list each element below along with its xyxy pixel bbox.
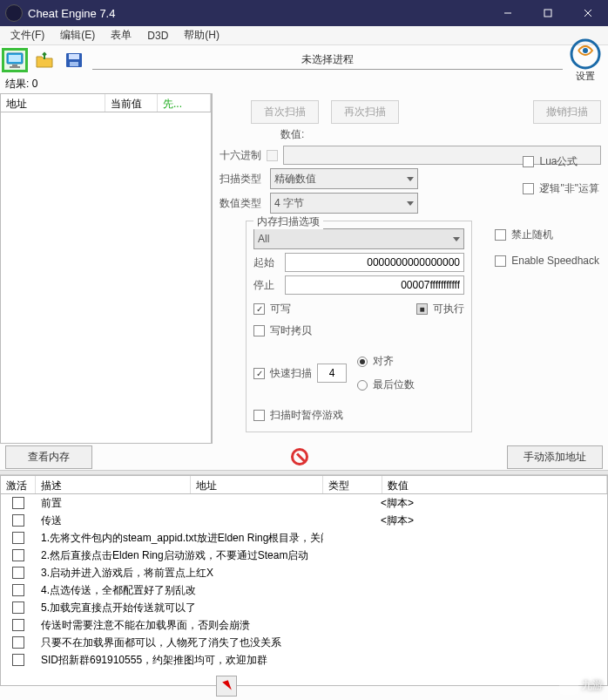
- th-active[interactable]: 激活: [1, 476, 36, 493]
- no-random-checkbox[interactable]: [495, 229, 506, 241]
- found-list-body[interactable]: [0, 112, 212, 444]
- address-table-header: 激活 描述 地址 类型 数值: [0, 475, 608, 494]
- hex-label: 十六进制: [220, 148, 261, 163]
- memory-scan-group: 内存扫描选项 All 起始 停止 ✓可写 ■可执行 写时拷贝 ✓ 快速扫描 对齐…: [246, 221, 472, 432]
- col-value[interactable]: 当前值: [105, 94, 158, 112]
- speedhack-checkbox[interactable]: [495, 255, 506, 267]
- cow-checkbox[interactable]: [253, 325, 265, 336]
- add-address-manual-button[interactable]: 手动添加地址: [507, 445, 603, 469]
- table-row[interactable]: 前置<脚本>: [1, 494, 607, 512]
- cell-desc: 传送: [36, 513, 375, 528]
- lua-checkbox[interactable]: [523, 156, 534, 167]
- th-desc[interactable]: 描述: [36, 476, 191, 493]
- first-scan-button[interactable]: 首次扫描: [251, 100, 319, 124]
- executable-checkbox[interactable]: ■: [416, 303, 428, 315]
- settings-label[interactable]: 设置: [576, 70, 595, 83]
- fast-scan-value[interactable]: [317, 364, 347, 383]
- stop-address-input[interactable]: [285, 275, 464, 295]
- active-checkbox[interactable]: [12, 497, 24, 509]
- memory-region-select[interactable]: All: [253, 228, 464, 249]
- fast-scan-checkbox[interactable]: ✓: [253, 368, 265, 379]
- maximize-button[interactable]: [528, 0, 568, 26]
- table-row[interactable]: 4.点选传送，全都配置好了别乱改: [1, 581, 607, 599]
- cell-value: <脚本>: [375, 513, 414, 528]
- save-button[interactable]: [61, 48, 87, 72]
- table-row[interactable]: SID招新群691910555，约架推图均可，欢迎加群: [1, 651, 607, 669]
- last-digits-radio[interactable]: [357, 380, 368, 391]
- svg-rect-10: [70, 62, 78, 66]
- table-row[interactable]: 5.加载完直接点开始传送就可以了: [1, 599, 607, 616]
- active-checkbox[interactable]: [12, 636, 24, 649]
- value-type-select[interactable]: 4 字节: [270, 193, 418, 214]
- cell-value: <脚本>: [375, 496, 414, 511]
- svg-rect-1: [544, 10, 551, 17]
- cell-desc: 5.加载完直接点开始传送就可以了: [36, 601, 323, 615]
- table-row[interactable]: 只要不在加载界面都可以，人物死了消失了也没关系: [1, 634, 607, 651]
- th-type[interactable]: 类型: [323, 476, 382, 493]
- align-radio[interactable]: [357, 357, 368, 367]
- table-row[interactable]: 传送时需要注意不能在加载界面，否则会崩溃: [1, 616, 607, 634]
- active-checkbox[interactable]: [12, 514, 24, 527]
- hex-checkbox[interactable]: [267, 150, 278, 161]
- main-area: 地址 当前值 先... 首次扫描 再次扫描 撤销扫描 数值: 十六进制 扫描类型…: [0, 93, 608, 444]
- scan-type-select[interactable]: 精确数值: [270, 168, 418, 189]
- active-checkbox[interactable]: [12, 584, 24, 596]
- menu-d3d[interactable]: D3D: [140, 28, 175, 44]
- under-toolbar: 查看内存 手动添加地址: [0, 444, 608, 470]
- active-checkbox[interactable]: [12, 601, 24, 614]
- cell-desc: 前置: [36, 496, 375, 511]
- col-previous[interactable]: 先...: [158, 94, 211, 112]
- active-checkbox[interactable]: [12, 567, 24, 579]
- view-memory-button[interactable]: 查看内存: [5, 445, 92, 469]
- cell-desc: 2.然后直接点击Elden Ring启动游戏，不要通过Steam启动: [36, 548, 323, 563]
- cheat-engine-logo-icon[interactable]: [570, 38, 601, 70]
- cell-desc: SID招新群691910555，约架推图均可，欢迎加群: [36, 653, 323, 668]
- arrow-icon: [222, 680, 232, 692]
- menu-help[interactable]: 帮助(H): [177, 26, 226, 44]
- window-title: Cheat Engine 7.4: [28, 7, 488, 20]
- th-addr[interactable]: 地址: [191, 476, 323, 493]
- active-checkbox[interactable]: [12, 549, 24, 561]
- memory-scan-legend: 内存扫描选项: [253, 214, 323, 229]
- svg-point-12: [583, 48, 588, 53]
- chevron-down-icon: [407, 201, 414, 206]
- writable-checkbox[interactable]: ✓: [253, 303, 265, 315]
- address-table-body[interactable]: 前置<脚本>传送<脚本>1.先将文件包内的steam_appid.txt放进El…: [0, 494, 608, 686]
- menu-table[interactable]: 表单: [104, 26, 138, 44]
- select-process-button[interactable]: [2, 48, 28, 72]
- table-row[interactable]: 1.先将文件包内的steam_appid.txt放进Elden Ring根目录，…: [1, 529, 607, 547]
- menu-file[interactable]: 文件(F): [3, 26, 51, 44]
- next-scan-button: 再次扫描: [331, 100, 399, 124]
- active-checkbox[interactable]: [12, 619, 24, 631]
- forbidden-icon[interactable]: [291, 448, 308, 466]
- active-checkbox[interactable]: [12, 532, 24, 544]
- scan-panel: 首次扫描 再次扫描 撤销扫描 数值: 十六进制 扫描类型 精确数值 数值类型 4…: [213, 93, 608, 444]
- value-type-label: 数值类型: [220, 196, 265, 211]
- found-list: 地址 当前值 先...: [0, 93, 213, 444]
- process-label[interactable]: 未选择进程: [92, 51, 563, 70]
- not-checkbox[interactable]: [523, 183, 534, 194]
- svg-rect-6: [12, 65, 17, 66]
- start-address-input[interactable]: [285, 253, 464, 272]
- cell-desc: 4.点选传送，全都配置好了别乱改: [36, 583, 323, 598]
- menu-edit[interactable]: 编辑(E): [53, 26, 102, 44]
- open-button[interactable]: [31, 48, 57, 72]
- cell-desc: 只要不在加载界面都可以，人物死了消失了也没关系: [36, 635, 323, 650]
- minimize-button[interactable]: [488, 0, 528, 26]
- titlebar: Cheat Engine 7.4: [0, 0, 608, 26]
- col-address[interactable]: 地址: [1, 94, 105, 112]
- table-row[interactable]: 传送<脚本>: [1, 512, 607, 529]
- results-count: 结果: 0: [0, 75, 608, 93]
- value-label: 数值:: [280, 127, 304, 142]
- chevron-down-icon: [453, 237, 460, 241]
- table-row[interactable]: 2.然后直接点击Elden Ring启动游戏，不要通过Steam启动: [1, 547, 607, 564]
- close-button[interactable]: [568, 0, 608, 26]
- svg-rect-7: [10, 66, 20, 68]
- pause-game-checkbox[interactable]: [253, 410, 265, 421]
- table-row[interactable]: 3.启动并进入游戏后，将前置点上红X: [1, 564, 607, 581]
- add-to-list-button[interactable]: [216, 676, 237, 697]
- th-value[interactable]: 数值: [382, 476, 607, 493]
- cell-desc: 1.先将文件包内的steam_appid.txt放进Elden Ring根目录，…: [36, 531, 323, 546]
- active-checkbox[interactable]: [12, 654, 24, 666]
- svg-rect-5: [9, 55, 21, 62]
